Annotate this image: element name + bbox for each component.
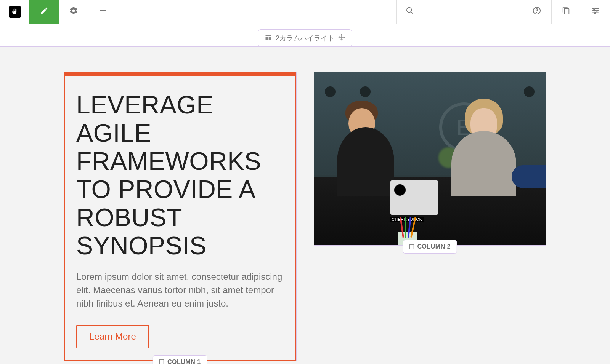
column-2-badge-label: COLUMN 2 — [417, 243, 451, 250]
column-2-badge[interactable]: COLUMN 2 — [403, 240, 457, 254]
svg-line-1 — [411, 12, 413, 14]
svg-point-0 — [407, 8, 412, 13]
topbar-right — [522, 0, 610, 24]
svg-rect-11 — [265, 37, 268, 40]
accent-bar — [65, 73, 295, 76]
two-column-section: LEVERAGE AGILE FRAMEWORKS TO PROVIDE A R… — [0, 47, 610, 364]
copy-button[interactable] — [551, 0, 581, 24]
app-logo-button[interactable] — [0, 0, 29, 24]
column-2-image[interactable]: E CHERRYDECK — [314, 72, 546, 245]
settings-button[interactable] — [59, 0, 88, 24]
block-selection-outline: LEVERAGE AGILE FRAMEWORKS TO PROVIDE A R… — [0, 46, 610, 364]
column-1-content: LEVERAGE AGILE FRAMEWORKS TO PROVIDE A R… — [64, 72, 296, 361]
search-button[interactable] — [396, 0, 522, 24]
block-label-row: 2カラムハイライト — [0, 24, 610, 47]
move-icon[interactable] — [338, 34, 345, 43]
app-topbar — [0, 0, 610, 24]
column-1-badge[interactable]: COLUMN 1 — [153, 355, 207, 364]
block-type-label[interactable]: 2カラムハイライト — [258, 29, 352, 47]
sliders-icon — [591, 6, 600, 17]
copy-icon — [562, 6, 570, 17]
svg-point-3 — [536, 12, 537, 13]
svg-rect-10 — [265, 35, 271, 36]
plus-icon — [98, 6, 108, 18]
topbar-left — [0, 0, 117, 24]
body-text[interactable]: Lorem ipsum dolor sit amet, consectetur … — [76, 270, 284, 310]
help-button[interactable] — [522, 0, 551, 24]
help-icon — [533, 6, 541, 17]
editor-canvas: 2カラムハイライト LEVERAGE AGILE FRAMEWORKS TO P… — [0, 24, 610, 364]
svg-point-9 — [594, 12, 596, 14]
edit-mode-button[interactable] — [29, 0, 59, 24]
add-block-button[interactable] — [88, 0, 117, 24]
block-type-text: 2カラムハイライト — [276, 34, 334, 43]
sliders-button[interactable] — [581, 0, 610, 24]
column-2[interactable]: E CHERRYDECK COLUMN 2 — [314, 72, 547, 246]
learn-more-button[interactable]: Learn More — [76, 325, 149, 348]
square-icon — [159, 359, 164, 364]
square-icon — [409, 244, 414, 249]
columns-icon — [265, 34, 272, 43]
search-icon — [406, 6, 414, 17]
svg-rect-12 — [269, 37, 271, 40]
column-1[interactable]: LEVERAGE AGILE FRAMEWORKS TO PROVIDE A R… — [64, 72, 297, 361]
gear-icon — [69, 6, 78, 18]
column-1-badge-label: COLUMN 1 — [167, 359, 201, 364]
svg-point-8 — [596, 10, 598, 11]
pencil-icon — [40, 6, 48, 17]
heading-text[interactable]: LEVERAGE AGILE FRAMEWORKS TO PROVIDE A R… — [76, 91, 284, 260]
svg-point-7 — [594, 8, 595, 10]
hand-icon — [9, 6, 21, 18]
